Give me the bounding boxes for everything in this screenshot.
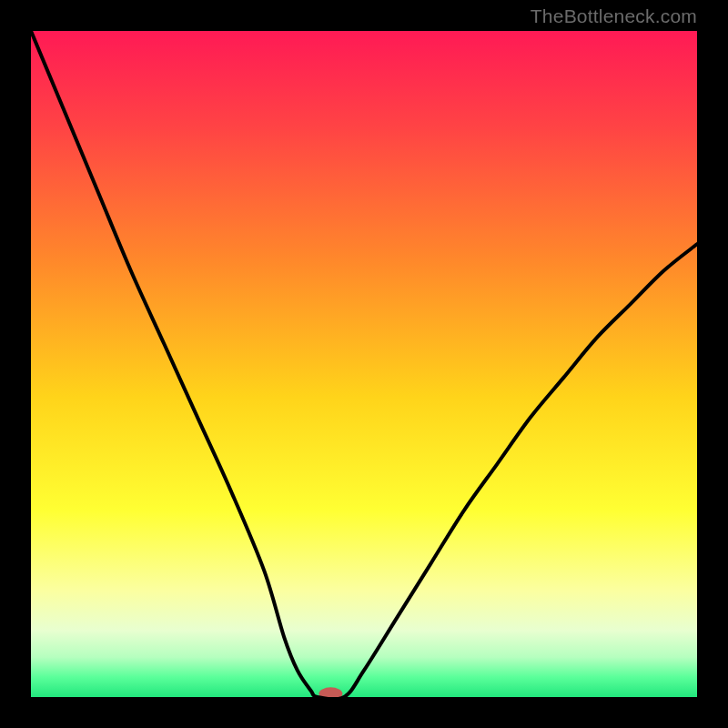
curve-layer (31, 31, 697, 697)
plot-area (31, 31, 697, 697)
bottleneck-curve (31, 31, 697, 697)
bottleneck-marker (318, 687, 342, 697)
watermark-text: TheBottleneck.com (531, 5, 697, 27)
chart-frame: TheBottleneck.com (0, 0, 728, 728)
